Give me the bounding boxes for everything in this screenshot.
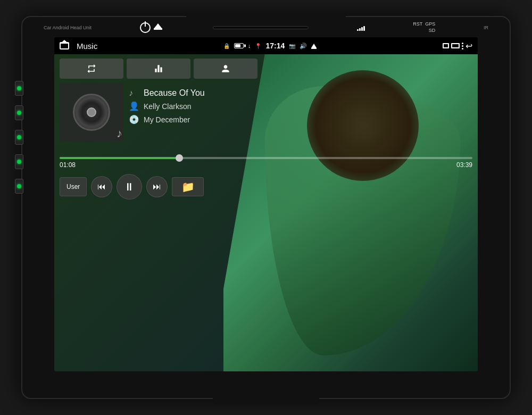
artist-row: 👤 Kelly Clarkson xyxy=(129,101,205,111)
artist-name: Kelly Clarkson xyxy=(144,102,191,111)
battery-icon xyxy=(234,43,244,48)
play-pause-button[interactable]: ⏸ xyxy=(117,174,142,200)
rst-gps-labels: RST GPS SD xyxy=(413,21,435,34)
forward-button[interactable]: ⏭ xyxy=(146,176,168,197)
progress-fill xyxy=(60,157,179,159)
play-pause-icon: ⏸ xyxy=(124,181,135,193)
side-btn-back[interactable] xyxy=(15,130,23,145)
user-label: User xyxy=(66,183,80,190)
side-btn-home[interactable] xyxy=(15,105,23,120)
user-button[interactable]: User xyxy=(60,177,87,196)
rewind-button[interactable]: ⏮ xyxy=(91,176,112,197)
song-info: ♪ Because Of You 👤 Kelly Clarkson 💿 My D… xyxy=(129,83,205,146)
side-btn-location[interactable] xyxy=(15,81,23,96)
controls-row: User ⏮ ⏸ ⏭ 📁 xyxy=(54,171,478,204)
rewind-icon: ⏮ xyxy=(97,182,106,192)
mic-label: Car Android Head Unit xyxy=(44,25,92,30)
background-artwork xyxy=(223,54,478,371)
tab-row xyxy=(54,54,478,83)
vinyl-disc xyxy=(73,94,110,131)
song-title-row: ♪ Because Of You xyxy=(129,88,205,98)
time-row: 01:08 03:39 xyxy=(60,161,472,169)
power-button[interactable] xyxy=(140,22,151,33)
more-menu[interactable] xyxy=(462,43,463,49)
home-icon[interactable] xyxy=(60,42,69,49)
app-title: Music xyxy=(77,42,97,51)
status-bar: Music 🔒 ↓ 📍 17:14 📷 🔊 xyxy=(54,37,478,54)
disc-icon: 💿 xyxy=(129,114,139,124)
time-display: 17:14 xyxy=(265,42,285,50)
progress-area: 01:08 03:39 xyxy=(60,152,472,171)
person-icon: 👤 xyxy=(129,101,139,111)
eject-status-icon xyxy=(311,44,317,48)
note-icon: ♪ xyxy=(129,88,139,98)
progress-thumb[interactable] xyxy=(176,154,183,162)
folder-button[interactable]: 📁 xyxy=(172,177,204,196)
tab-equalizer[interactable] xyxy=(127,59,190,79)
song-title: Because Of You xyxy=(144,88,205,98)
progress-bar[interactable] xyxy=(60,157,472,159)
eject-button[interactable] xyxy=(154,23,164,32)
side-buttons-left xyxy=(15,81,23,194)
music-app: ♪ ♪ Because Of You 👤 Kelly Clarkson xyxy=(54,54,478,371)
side-btn-vol-up[interactable] xyxy=(15,154,23,169)
time-current: 01:08 xyxy=(60,161,76,169)
forward-icon: ⏭ xyxy=(153,182,161,192)
ir-label: IR xyxy=(484,25,488,30)
tab-person[interactable] xyxy=(194,59,257,79)
window-btn[interactable] xyxy=(443,43,449,48)
tab-repeat[interactable] xyxy=(60,59,123,79)
top-controls-bar: Car Android Head Unit RST GPS SD IR xyxy=(44,21,488,34)
vinyl-icon xyxy=(73,94,110,131)
time-total: 03:39 xyxy=(456,161,472,169)
back-button[interactable]: ↩ xyxy=(466,41,472,51)
album-row: 💿 My December xyxy=(129,114,205,124)
status-center: 🔒 ↓ 📍 17:14 📷 🔊 xyxy=(223,42,317,50)
car-head-unit: Car Android Head Unit RST GPS SD IR xyxy=(21,16,511,399)
side-btn-vol-down[interactable] xyxy=(15,179,23,194)
album-art: ♪ xyxy=(60,83,123,142)
cd-slot xyxy=(213,26,309,29)
music-note-icon: ♪ xyxy=(117,127,122,140)
album-name: My December xyxy=(144,115,190,124)
signal-indicator xyxy=(357,24,365,31)
status-left: Music xyxy=(60,42,97,51)
status-right: ↩ xyxy=(443,41,472,51)
folder-icon: 📁 xyxy=(181,180,195,193)
split-btn[interactable] xyxy=(451,43,460,48)
screen: Music 🔒 ↓ 📍 17:14 📷 🔊 xyxy=(54,37,478,371)
